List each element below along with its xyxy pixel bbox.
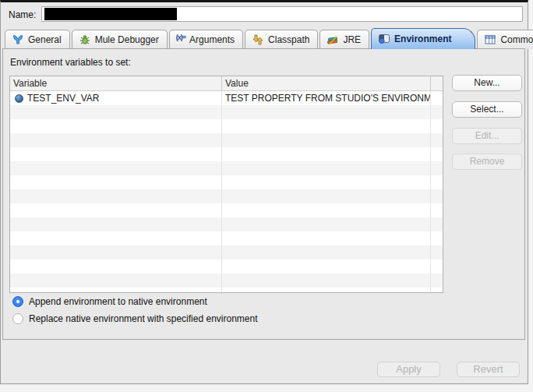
name-label: Name: [9, 9, 36, 20]
tab-label: Environment [394, 34, 451, 44]
table-row-empty[interactable] [10, 274, 443, 288]
table-icon [484, 34, 496, 46]
variable-cell: TEST_ENV_VAR [27, 91, 99, 105]
table-row-empty[interactable] [10, 189, 443, 203]
tab-label: Mule Debugger [95, 34, 159, 45]
table-header-row: Variable Value [10, 76, 443, 91]
table-row-empty[interactable] [10, 203, 443, 217]
tab-general[interactable]: General [5, 30, 70, 49]
edit-button[interactable]: Edit... [452, 128, 522, 144]
table-row-empty[interactable] [10, 260, 443, 274]
tab-mule-debugger[interactable]: Mule Debugger [72, 30, 168, 49]
append-environment-radio[interactable]: Append environment to native environment [12, 296, 207, 307]
select-button[interactable]: Select... [452, 101, 522, 118]
redacted-name-value [44, 8, 177, 20]
column-header-variable[interactable]: Variable [10, 76, 222, 90]
tab-label: General [28, 34, 62, 45]
table-row-empty[interactable] [10, 119, 443, 133]
remove-button[interactable]: Remove [452, 154, 522, 170]
table-row-empty[interactable] [10, 288, 443, 293]
table-row-empty[interactable] [10, 217, 443, 231]
arguments-icon: (x)= [176, 34, 185, 46]
column-header-value[interactable]: Value [222, 76, 431, 90]
tab-label: Arguments [189, 34, 235, 45]
table-row-empty[interactable] [10, 147, 443, 161]
tab-label: JRE [343, 34, 361, 45]
environment-variables-table: Variable Value TEST_ENV_VAR TEST PROPERT… [9, 76, 443, 293]
library-icon [327, 34, 339, 46]
classpath-icon [252, 34, 264, 46]
tab-environment[interactable]: Environment [371, 28, 475, 49]
tab-bar: General Mule Debugger (x)= Arguments [5, 28, 533, 49]
table-body: TEST_ENV_VAR TEST PROPERTY FROM STUDIO'S… [10, 91, 443, 293]
column-header-filler [431, 76, 443, 90]
table-row-empty[interactable] [10, 245, 443, 260]
section-label: Environment variables to set: [10, 57, 131, 68]
replace-environment-radio[interactable]: Replace native environment with specifie… [12, 313, 258, 324]
tab-jre[interactable]: JRE [319, 30, 369, 49]
environment-tab-panel: Environment variables to set: Variable V… [2, 48, 525, 340]
apply-button[interactable]: Apply [377, 362, 440, 377]
tab-classpath[interactable]: Classpath [245, 30, 318, 49]
table-row-empty[interactable] [10, 161, 443, 175]
mule-general-icon [12, 34, 24, 46]
tab-common[interactable]: Common [477, 30, 533, 49]
new-button[interactable]: New... [452, 75, 522, 91]
tab-label: Common [500, 34, 533, 45]
environment-icon [378, 33, 390, 45]
table-row-empty[interactable] [10, 231, 443, 245]
run-configuration-dialog: Name: General [0, 0, 528, 384]
tab-label: Classpath [268, 34, 309, 45]
radio-unselected-icon [12, 313, 23, 324]
radio-selected-icon [12, 296, 23, 307]
radio-label: Replace native environment with specifie… [29, 313, 258, 324]
tab-arguments[interactable]: (x)= Arguments [169, 30, 243, 49]
bug-icon [79, 34, 91, 46]
table-row[interactable]: TEST_ENV_VAR TEST PROPERTY FROM STUDIO'S… [10, 91, 443, 105]
blue-sphere-icon [15, 94, 23, 103]
table-row-empty[interactable] [10, 133, 443, 147]
radio-label: Append environment to native environment [29, 296, 207, 307]
table-row-empty[interactable] [10, 105, 443, 119]
revert-button[interactable]: Revert [457, 362, 520, 377]
value-cell: TEST PROPERTY FROM STUDIO'S ENVIRONM... [222, 91, 431, 105]
table-row-empty[interactable] [10, 175, 443, 189]
row-filler [431, 91, 443, 105]
